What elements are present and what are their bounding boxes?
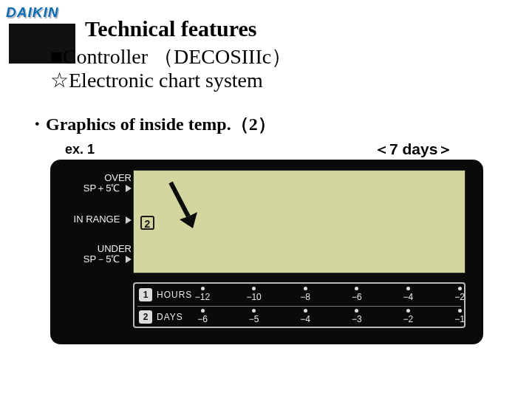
svg-line-6 [171, 183, 188, 216]
timeline-panel: 1 HOURS −12−10−8−6−4−2 2 DAYS −6−5−4−3−2… [133, 282, 466, 328]
tick: −4 [389, 285, 427, 302]
section-bullet: ・Graphics of inside temp.（2） [28, 112, 276, 136]
days-scale: −6−5−4−3−2−1 [202, 307, 460, 328]
row-badge-days: 2 [139, 310, 152, 324]
tick-value: −4 [389, 292, 427, 302]
tick: −4 [286, 307, 324, 324]
tick-dot-icon [458, 309, 462, 313]
tick-dot-icon [406, 309, 410, 313]
brand-logo: DAIKIN [6, 4, 58, 21]
y-axis-labels: OVER SP＋5℃ IN RANGE UNDER SP－5℃ [58, 170, 132, 273]
tick-value: −2 [389, 314, 427, 324]
temperature-trace [134, 171, 466, 274]
device-panel: OVER SP＋5℃ IN RANGE UNDER SP－5℃ [50, 160, 483, 344]
timeline-row-days: 2 DAYS −6−5−4−3−2−1 [134, 307, 464, 328]
tick-dot-icon [355, 309, 358, 313]
y-label-over: OVER SP＋5℃ [58, 173, 132, 193]
period-label: ＜7 days＞ [374, 139, 453, 160]
tick: −6 [183, 307, 222, 324]
tick-dot-icon [406, 287, 410, 290]
chart-screen [133, 170, 466, 273]
tick: −2 [440, 285, 479, 302]
y-label-inrange-1: IN RANGE [74, 214, 120, 225]
tick-dot-icon [201, 287, 205, 290]
tick: −6 [338, 285, 376, 302]
y-label-under-2: SP－5℃ [83, 253, 120, 265]
tick-value: −2 [440, 292, 479, 302]
tick: −8 [286, 285, 324, 302]
tick-dot-icon [252, 309, 256, 313]
tick: −1 [440, 307, 479, 324]
tick-value: −1 [440, 314, 479, 324]
tick: −12 [183, 285, 222, 302]
tick-value: −3 [338, 314, 376, 324]
tick-dot-icon [252, 287, 256, 290]
y-label-inrange: IN RANGE [58, 214, 132, 225]
row-badge-hours: 1 [139, 288, 152, 301]
tick: −2 [389, 307, 427, 324]
tick-value: −12 [183, 292, 222, 302]
tick-value: −8 [286, 292, 324, 302]
tick-dot-icon [304, 309, 307, 313]
tick: −5 [235, 307, 273, 324]
row-divider [137, 306, 461, 307]
tick-dot-icon [458, 287, 462, 290]
pointer-icon [126, 216, 132, 224]
tick: −10 [235, 285, 273, 302]
tick: −3 [338, 307, 376, 324]
pointer-icon [126, 185, 132, 192]
tick-value: −5 [235, 314, 273, 324]
subtitle-chart-system: ☆Electronic chart system [50, 68, 263, 92]
tick-value: −10 [235, 292, 273, 302]
y-label-over-2: SP＋5℃ [83, 183, 120, 194]
pointer-icon [126, 256, 132, 263]
y-label-under: UNDER SP－5℃ [58, 244, 132, 264]
tick-dot-icon [304, 287, 307, 290]
timeline-row-hours: 1 HOURS −12−10−8−6−4−2 [134, 285, 464, 306]
page-title: Technical features [85, 16, 257, 41]
tick-value: −4 [286, 314, 324, 324]
subtitle-controller: ■Controller （DECOSIIIc） [50, 43, 292, 71]
tick-dot-icon [201, 309, 205, 313]
row-name-days: DAYS [157, 312, 183, 322]
tick-value: −6 [183, 314, 222, 324]
tick-dot-icon [355, 287, 358, 290]
hours-scale: −12−10−8−6−4−2 [202, 285, 460, 306]
selected-scale-badge: 2 [140, 216, 154, 230]
tick-value: −6 [338, 292, 376, 302]
example-label: ex. 1 [65, 142, 95, 157]
